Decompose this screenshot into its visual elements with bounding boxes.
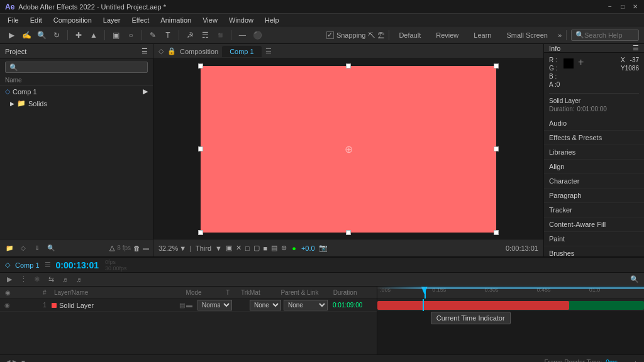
menu-edit[interactable]: Edit [25,15,47,25]
project-panel-menu-icon[interactable]: ☰ [142,47,148,55]
view-btn-1[interactable]: ▣ [226,244,232,252]
view-btn-7[interactable]: ⊕ [281,244,287,252]
switch-1[interactable]: ▤ [179,302,185,309]
info-effects-panel[interactable]: Effects & Presets [544,131,644,145]
tl-solo-diff[interactable]: ⋮ [18,274,29,285]
project-item-solids[interactable]: ▶ 📁 Solids [0,97,153,109]
project-search-input[interactable] [5,62,148,73]
handle-bottom-center[interactable] [346,230,351,235]
comp-tab-1[interactable]: Comp 1 [222,46,262,57]
info-audio-panel[interactable]: Audio [544,116,644,131]
new-folder-button[interactable]: 📁 [4,243,15,254]
menu-animation[interactable]: Animation [155,15,196,25]
menu-window[interactable]: Window [224,15,258,25]
timeline-tab-menu[interactable]: ☰ [45,261,51,269]
handle-middle-right[interactable] [494,146,499,151]
tool-anchor[interactable]: ✚ [72,29,85,41]
view-btn-2[interactable]: ✕ [236,244,242,252]
handle-bottom-right[interactable] [494,230,499,235]
tool-roto[interactable]: ⸻ [236,29,248,41]
info-paragraph-panel[interactable]: Paragraph [544,189,644,203]
layer-parent-select-1[interactable]: None [284,300,328,310]
playhead[interactable] [425,287,426,299]
tool-rect-mask[interactable]: ▣ [109,29,122,41]
tl-bottom-btn-2[interactable]: ▶ [13,358,18,362]
info-tracker-panel[interactable]: Tracker [544,203,644,217]
layer-mode-select-1[interactable]: Normal [197,300,232,310]
tool-ellipse-mask[interactable]: ○ [125,29,137,41]
comp-tab-menu[interactable]: ☰ [265,47,272,55]
info-libraries-panel[interactable]: Libraries [544,145,644,160]
info-paint-panel[interactable]: Paint [544,232,644,246]
view-btn-3[interactable]: □ [245,244,250,252]
view-btn-5[interactable]: ■ [264,244,268,252]
camera-icon[interactable]: 📷 [319,244,328,252]
menu-layer[interactable]: Layer [98,15,126,25]
workspace-review[interactable]: Review [431,30,464,40]
workspace-expand-icon[interactable]: » [558,31,562,39]
search-input[interactable] [584,31,635,39]
delete-button[interactable]: 🗑 [133,244,140,252]
comp-options-icon[interactable]: ▶ [143,87,148,96]
tl-switch-mode[interactable]: ⚛ [31,274,43,285]
handle-top-right[interactable] [494,63,499,69]
tool-brush[interactable]: ☭ [184,29,196,41]
tool-text[interactable]: T [162,29,174,41]
menu-file[interactable]: File [3,15,24,25]
search-box[interactable]: 🔍 [571,30,639,41]
tool-move[interactable]: ▲ [87,29,100,41]
tl-mode2[interactable]: ⇆ [45,274,57,285]
workspace-small-screen[interactable]: Small Screen [501,30,552,40]
snapping-checkbox[interactable]: ✓ [326,31,334,39]
folder-expand-icon[interactable]: ▶ [10,101,14,107]
tl-bottom-btn-1[interactable]: ◀ [5,358,10,362]
handle-middle-left[interactable] [198,146,203,151]
tool-camera-orbit[interactable]: ↻ [50,29,63,41]
view-btn-6[interactable]: ▤ [271,244,277,252]
tool-pen[interactable]: ✎ [147,29,159,41]
tl-bottom-btn-3[interactable]: ▼ [20,359,26,362]
tool-hand[interactable]: ✍ [20,29,33,41]
timeline-tab-label[interactable]: Comp 1 [15,261,40,269]
view-btn-4[interactable]: ▢ [253,244,260,252]
menu-help[interactable]: Help [260,15,284,25]
info-panel-menu[interactable]: ☰ [633,44,639,52]
project-item-comp1[interactable]: ◇ Comp 1 ▶ [0,85,153,97]
menu-effect[interactable]: Effect [126,15,154,25]
menu-view[interactable]: View [197,15,223,25]
layer-trkmat-select-1[interactable]: None [250,300,281,310]
tl-new-marker[interactable]: ▶ [4,274,15,285]
timeline-timecode[interactable]: 0:00:13:01 [56,260,99,270]
tl-mode4[interactable]: ♬ [73,274,84,285]
tool-puppet[interactable]: ⚫ [251,29,264,41]
restore-button[interactable]: □ [619,3,626,11]
tl-mode3[interactable]: ♬ [59,274,70,285]
handle-bottom-left[interactable] [198,230,203,235]
tool-stamp[interactable]: ☴ [199,29,211,41]
handle-top-left[interactable] [198,63,203,69]
new-comp-button[interactable]: ◇ [18,243,29,254]
zoom-control[interactable]: 32.2% ▼ [158,244,186,252]
zoom-dropdown-icon[interactable]: ▼ [179,244,186,252]
workspace-learn[interactable]: Learn [469,30,496,40]
info-character-panel[interactable]: Character [544,174,644,189]
tl-search[interactable]: 🔍 [629,274,640,285]
menu-composition[interactable]: Composition [48,15,97,25]
switch-2[interactable]: ▬ [186,302,192,309]
view-dropdown-icon[interactable]: ▼ [215,244,222,252]
close-button[interactable]: ✕ [631,3,639,11]
layer-name-1[interactable]: Solid Layer [59,302,177,309]
handle-top-center[interactable] [346,63,351,69]
tool-select[interactable]: ▶ [5,29,18,41]
tool-zoom[interactable]: 🔍 [35,29,48,41]
col-parent: Parent & Link [278,289,328,296]
minimize-button[interactable]: − [606,3,614,11]
workspace-default[interactable]: Default [394,30,426,40]
tl-up-icon[interactable]: ▲ [632,359,639,363]
import-button[interactable]: ⇓ [31,243,43,254]
find-button[interactable]: 🔍 [45,243,57,254]
info-align-panel[interactable]: Align [544,160,644,174]
info-content-aware-panel[interactable]: Content-Aware Fill [544,217,644,232]
layer-vis-1[interactable]: ◉ [3,301,11,310]
tool-eraser[interactable]: ◾ [214,29,226,41]
